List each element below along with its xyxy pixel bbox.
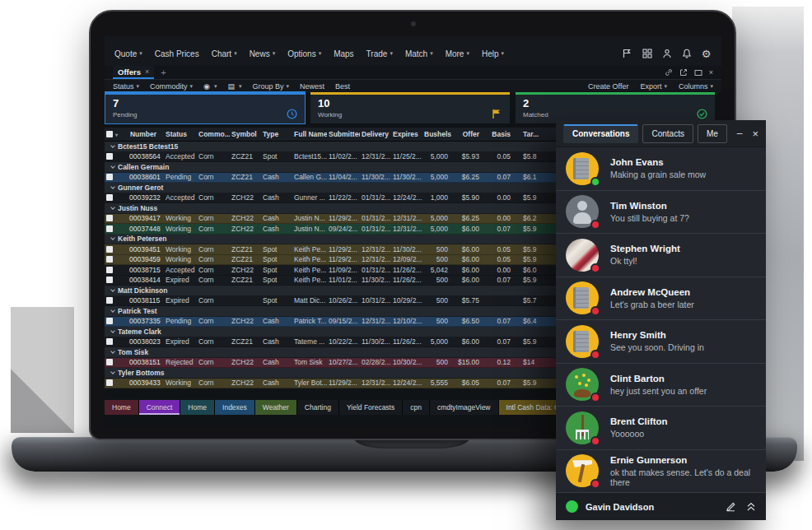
row-checkbox-cell[interactable]: [105, 215, 128, 221]
workspace-tab[interactable]: Indexes: [215, 400, 255, 415]
column-header[interactable]: Basis: [487, 130, 518, 138]
menu-item[interactable]: Help ▾: [482, 49, 504, 58]
row-checkbox-cell[interactable]: [105, 256, 128, 263]
conversation-item[interactable]: Andrew McQueen Let's grab a beer later: [556, 277, 766, 321]
row-checkbox[interactable]: [106, 267, 113, 273]
menu-item[interactable]: More ▾: [446, 49, 469, 58]
minimize-icon[interactable]: –: [737, 131, 743, 136]
row-checkbox-cell[interactable]: [105, 267, 128, 273]
column-header[interactable]: Symbol: [230, 130, 261, 138]
row-checkbox[interactable]: [106, 246, 113, 253]
row-checkbox-cell[interactable]: [105, 194, 128, 201]
tab-offers[interactable]: Offers ×: [113, 66, 154, 79]
menu-item[interactable]: News ▾: [250, 49, 276, 58]
window-icon[interactable]: [694, 69, 702, 77]
apps-icon[interactable]: [642, 49, 652, 59]
menu-item[interactable]: Quote ▾: [114, 49, 142, 58]
popout-icon[interactable]: [679, 68, 688, 77]
row-checkbox[interactable]: [106, 318, 113, 324]
menu-item[interactable]: Maps: [334, 49, 353, 58]
pending-card[interactable]: 7 Pending: [105, 92, 305, 123]
row-checkbox[interactable]: [106, 215, 113, 221]
close-icon[interactable]: ×: [709, 68, 713, 77]
close-icon[interactable]: ×: [752, 128, 758, 140]
workspace-tab[interactable]: Home: [105, 400, 139, 415]
row-checkbox-cell[interactable]: [105, 297, 128, 304]
working-card[interactable]: 10 Working: [310, 92, 510, 123]
row-checkbox[interactable]: [106, 225, 113, 232]
column-header[interactable]: Offer: [455, 130, 487, 138]
row-checkbox[interactable]: [106, 359, 113, 365]
filter-item[interactable]: ◉ ▾: [203, 82, 217, 91]
conversation-item[interactable]: Brent Clifton Yoooooo: [556, 407, 766, 450]
column-header[interactable]: Commo...: [197, 130, 230, 138]
menu-item[interactable]: Options ▾: [287, 49, 321, 58]
row-checkbox[interactable]: [106, 194, 113, 201]
notifications-icon[interactable]: [681, 49, 692, 59]
row-checkbox[interactable]: [106, 153, 113, 160]
row-checkbox[interactable]: [106, 297, 113, 304]
workspace-tab[interactable]: Home: [180, 400, 215, 415]
column-header[interactable]: Number: [128, 130, 164, 138]
workspace-tab[interactable]: cmdtyImageView: [430, 400, 499, 415]
workspace-tab[interactable]: cpn: [403, 400, 430, 415]
row-checkbox-cell[interactable]: [105, 153, 128, 160]
menu-item[interactable]: Cash Prices: [155, 49, 199, 58]
row-checkbox[interactable]: [106, 338, 113, 345]
filter-item[interactable]: Group By ▾: [252, 82, 289, 91]
workspace-tab[interactable]: Weather: [255, 400, 297, 415]
column-header[interactable]: Expires: [391, 130, 422, 138]
select-all-checkbox[interactable]: [106, 131, 113, 137]
row-checkbox[interactable]: [106, 174, 113, 180]
menu-item[interactable]: Chart ▾: [212, 49, 237, 58]
column-header[interactable]: Delivery: [360, 130, 391, 138]
workspace-tab[interactable]: Yield Forecasts: [339, 400, 403, 415]
filter-item[interactable]: Commodity ▾: [150, 82, 193, 91]
row-checkbox[interactable]: [106, 379, 113, 386]
conversation-item[interactable]: Tim Winston You still buying at 7?: [556, 191, 766, 235]
column-header[interactable]: Type: [261, 130, 292, 138]
filter-item[interactable]: ▤ ▾: [227, 82, 241, 91]
chat-tab[interactable]: Contacts: [642, 124, 693, 143]
menu-item[interactable]: Match ▾: [405, 49, 433, 58]
filter-item[interactable]: Columns ▾: [679, 82, 713, 91]
row-checkbox[interactable]: [106, 277, 113, 283]
row-checkbox-cell[interactable]: [105, 379, 128, 386]
row-checkbox-cell[interactable]: [105, 174, 128, 180]
add-tab-button[interactable]: +: [161, 67, 166, 77]
settings-icon[interactable]: ⚙: [701, 49, 712, 59]
row-checkbox-cell[interactable]: [105, 359, 128, 365]
flag-icon[interactable]: [622, 49, 632, 59]
workspace-tab[interactable]: Connect: [139, 400, 181, 415]
profile-icon[interactable]: [661, 49, 672, 59]
conversation-item[interactable]: Clint Barton hey just sent you an offer: [556, 364, 766, 407]
row-checkbox-cell[interactable]: [105, 318, 128, 324]
menu-item[interactable]: Trade ▾: [366, 49, 393, 58]
conversation-item[interactable]: Henry Smith See you soon. Driving in: [556, 320, 766, 364]
row-checkbox-cell[interactable]: [105, 246, 128, 253]
row-checkbox-cell[interactable]: [105, 277, 128, 283]
row-checkbox-cell[interactable]: [105, 338, 128, 345]
filter-item[interactable]: Newest: [300, 82, 324, 91]
workspace-tab[interactable]: Charting: [297, 400, 339, 415]
compose-icon[interactable]: [726, 501, 736, 512]
column-header[interactable]: Status: [164, 130, 197, 138]
filter-item[interactable]: Best: [335, 82, 350, 91]
conversation-item[interactable]: John Evans Making a grain sale mow: [556, 147, 766, 191]
filter-item[interactable]: Export ▾: [640, 82, 667, 91]
select-all-cell[interactable]: ▾: [105, 131, 128, 137]
column-header[interactable]: Bushels: [422, 130, 455, 138]
conversation-item[interactable]: Stephen Wright Ok ttyl!: [556, 234, 766, 277]
column-header[interactable]: Submitted: [327, 130, 360, 138]
collapse-up-icon[interactable]: [746, 501, 756, 512]
row-checkbox[interactable]: [106, 256, 113, 263]
filter-item[interactable]: Create Offer: [588, 82, 628, 91]
row-checkbox-cell[interactable]: [105, 225, 128, 232]
chat-tab[interactable]: Conversations: [563, 124, 638, 143]
conversation-item[interactable]: Ernie Gunnerson ok that makes sense. Let…: [556, 450, 766, 494]
filter-item[interactable]: Status ▾: [113, 82, 139, 91]
link-icon[interactable]: [665, 68, 673, 77]
column-header[interactable]: Full Name: [292, 130, 327, 138]
tab-close-icon[interactable]: ×: [145, 67, 149, 76]
matched-card[interactable]: 2 Matched: [516, 92, 715, 123]
